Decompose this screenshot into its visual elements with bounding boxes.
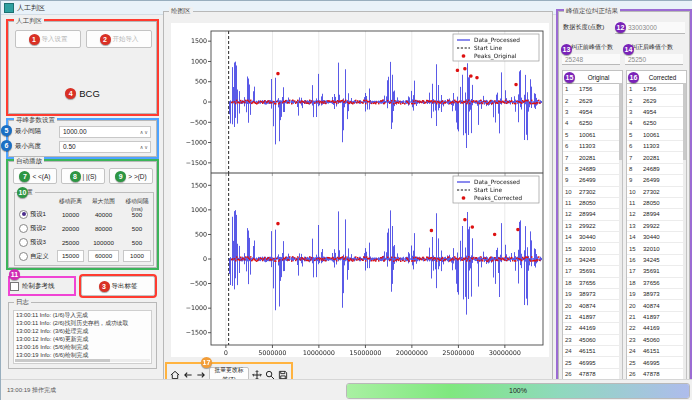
preset-radio[interactable]: [19, 210, 28, 219]
min-height-spinner[interactable]: 0.50 ∧∨: [59, 141, 151, 153]
draw-refline-row[interactable]: 11 绘制参考线: [10, 278, 74, 294]
table-row[interactable]: 2546995: [563, 357, 622, 368]
table-row[interactable]: 824689: [563, 164, 622, 175]
table-row[interactable]: 2446151: [563, 346, 622, 357]
import-settings-button[interactable]: 1 导入设置: [15, 30, 81, 48]
table-row[interactable]: 1837656: [563, 278, 622, 289]
preset-row[interactable]: 预设11000040000500: [15, 207, 153, 221]
table-row[interactable]: 1027302: [627, 187, 686, 198]
table-row[interactable]: 2141897: [627, 312, 686, 323]
log-hscrollbar[interactable]: [15, 359, 150, 362]
spinner-arrows-icon[interactable]: ∧∨: [140, 144, 150, 150]
min-height-row: 最小高度 0.50 ∧∨: [15, 140, 151, 153]
corrected-table-scrollbar[interactable]: [683, 83, 686, 379]
pause-button[interactable]: 8 | |(S): [61, 168, 105, 184]
table-row[interactable]: 1634245: [627, 255, 686, 266]
before-count-value[interactable]: 25248: [562, 54, 620, 65]
table-row[interactable]: 1228994: [563, 209, 622, 220]
table-row[interactable]: 824689: [627, 164, 686, 175]
row-index: 16: [627, 257, 640, 263]
table-row[interactable]: 2546995: [627, 357, 686, 368]
table-row[interactable]: 2244169: [563, 323, 622, 334]
preset-radio[interactable]: [19, 238, 28, 247]
table-row[interactable]: 2345060: [627, 335, 686, 346]
preset-value-input[interactable]: 1000: [123, 250, 151, 262]
table-row[interactable]: 1532010: [563, 243, 622, 254]
row-index: 13: [563, 223, 576, 229]
row-index: 13: [627, 223, 640, 229]
table-row[interactable]: 926499: [627, 175, 686, 186]
table-row[interactable]: 1128050: [627, 198, 686, 209]
table-row[interactable]: 720281: [563, 152, 622, 163]
annotation-badge-10: 10: [17, 187, 28, 198]
original-table-scrollbar[interactable]: [619, 83, 622, 379]
preset-radio[interactable]: [19, 252, 28, 261]
table-row[interactable]: 1735691: [563, 266, 622, 277]
table-row[interactable]: 2446151: [627, 346, 686, 357]
preset-value-input[interactable]: 60000: [88, 250, 119, 262]
table-row[interactable]: 1430440: [563, 232, 622, 243]
spinner-arrows-icon[interactable]: ∧∨: [140, 129, 150, 135]
row-index: 5: [563, 132, 576, 138]
peak-value: 24689: [640, 166, 686, 172]
table-row[interactable]: 34954: [627, 107, 686, 118]
preset-row[interactable]: 预设325000100000500: [15, 235, 153, 249]
move-right-button[interactable]: 9 > >(D): [109, 168, 153, 184]
table-row[interactable]: 1027302: [563, 187, 622, 198]
preset-value: 25000: [55, 239, 86, 246]
table-row[interactable]: 2040874: [627, 300, 686, 311]
annotation-badge-2: 2: [100, 34, 111, 45]
row-index: 25: [627, 360, 640, 366]
table-row[interactable]: 1634245: [563, 255, 622, 266]
table-row[interactable]: 46250: [627, 118, 686, 129]
table-row[interactable]: 720281: [627, 152, 686, 163]
table-row[interactable]: 510061: [627, 130, 686, 141]
preset-value-input[interactable]: 15000: [57, 250, 84, 262]
row-index: 17: [627, 268, 640, 274]
table-row[interactable]: 34954: [563, 107, 622, 118]
table-row[interactable]: 22629: [563, 95, 622, 106]
log-box[interactable]: 13:00:11 Info: (1/6)导入完成13:00:11 Info: (…: [13, 310, 152, 364]
row-index: 7: [627, 155, 640, 161]
table-row[interactable]: 11756: [627, 84, 686, 95]
row-index: 20: [627, 303, 640, 309]
peak-value: 38973: [640, 291, 686, 297]
table-row[interactable]: 2040874: [563, 300, 622, 311]
after-count-value[interactable]: 25250: [625, 54, 683, 65]
corrected-peaks-table[interactable]: 16 Corrected 117562262934954462505100616…: [626, 70, 687, 380]
min-interval-spinner[interactable]: 1000.00 ∧∨: [59, 126, 151, 138]
signal-charts[interactable]: [171, 23, 549, 357]
table-row[interactable]: 1735691: [627, 266, 686, 277]
move-left-button[interactable]: 7 < <(A): [13, 168, 57, 184]
export-labels-button[interactable]: 3 导出标签: [81, 276, 155, 296]
table-row[interactable]: 1938973: [563, 289, 622, 300]
table-row[interactable]: 1329922: [627, 221, 686, 232]
table-row[interactable]: 1430440: [627, 232, 686, 243]
table-row[interactable]: 611303: [563, 141, 622, 152]
table-row[interactable]: 1938973: [627, 289, 686, 300]
table-row[interactable]: 1228994: [627, 209, 686, 220]
table-row[interactable]: 510061: [563, 130, 622, 141]
table-row[interactable]: 46250: [563, 118, 622, 129]
preset-value: 40000: [86, 211, 121, 218]
data-length-field[interactable]: 12 33003000: [615, 22, 685, 34]
table-row[interactable]: 1837656: [627, 278, 686, 289]
start-import-button[interactable]: 2 开始导入: [86, 30, 152, 48]
table-row[interactable]: 11756: [563, 84, 622, 95]
draw-refline-checkbox[interactable]: [10, 282, 19, 291]
table-row[interactable]: 611303: [627, 141, 686, 152]
table-row[interactable]: 2141897: [563, 312, 622, 323]
table-row[interactable]: 1532010: [627, 243, 686, 254]
original-peaks-table[interactable]: 15 Original 1175622629349544625051006161…: [562, 70, 623, 380]
preset-row[interactable]: 自定义15000600001000: [15, 249, 153, 263]
table-row[interactable]: 926499: [563, 175, 622, 186]
table-row[interactable]: 1128050: [563, 198, 622, 209]
original-table-header: 15 Original: [563, 71, 622, 84]
preset-row[interactable]: 预设22000080000500: [15, 221, 153, 235]
table-row[interactable]: 22629: [627, 95, 686, 106]
preset-radio[interactable]: [19, 224, 28, 233]
preset-rows: 预设11000040000500预设22000080000500预设325000…: [15, 207, 153, 263]
table-row[interactable]: 1329922: [563, 221, 622, 232]
table-row[interactable]: 2345060: [563, 335, 622, 346]
table-row[interactable]: 2244169: [627, 323, 686, 334]
